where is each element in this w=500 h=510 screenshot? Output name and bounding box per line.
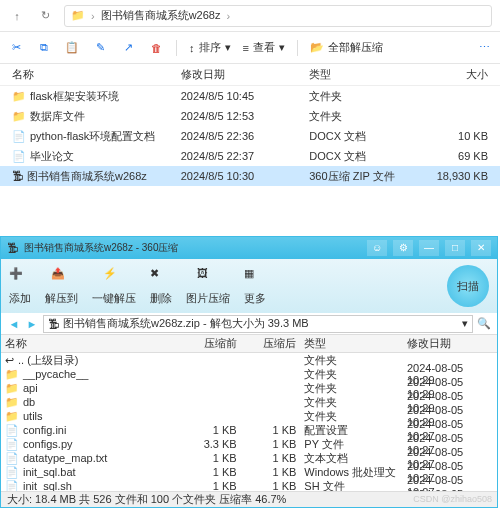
archive-titlebar[interactable]: 🗜 图书销售商城系统w268z - 360压缩 ☺ ⚙ — □ ✕ <box>1 237 497 259</box>
col-name[interactable]: 名称 <box>8 67 177 82</box>
explorer-toolbar: ✂ ⧉ 📋 ✎ ↗ 🗑 ↕排序▾ ≡查看▾ 📂全部解压缩 ⋯ <box>0 32 500 64</box>
size-before: 3.3 KB <box>181 438 241 450</box>
col-after[interactable]: 压缩后 <box>241 336 301 351</box>
chevron-down-icon: ▾ <box>279 41 285 54</box>
delete-archive-button[interactable]: ✖删除 <box>150 267 172 306</box>
feedback-icon[interactable]: ☺ <box>367 240 387 256</box>
breadcrumb[interactable]: 📁 › 图书销售商城系统w268z › <box>64 5 492 27</box>
folder-icon: 📁 <box>71 9 85 22</box>
file-name: init_sql.bat <box>23 466 76 478</box>
docx-icon: 📄 <box>12 150 26 162</box>
paste-icon[interactable]: 📋 <box>64 40 80 56</box>
rename-icon[interactable]: ✎ <box>92 40 108 56</box>
minimize-button[interactable]: — <box>419 240 439 256</box>
separator <box>176 40 177 56</box>
extract-icon: 📂 <box>310 41 324 54</box>
folder-icon: 📁 <box>12 90 26 102</box>
forward-icon[interactable]: ► <box>25 317 39 331</box>
breadcrumb-sep: › <box>226 10 230 22</box>
add-button[interactable]: ➕添加 <box>9 267 31 306</box>
oneclick-label: 一键解压 <box>92 291 136 306</box>
table-row[interactable]: 📄毕业论文2024/8/5 22:37DOCX 文档69 KB <box>0 146 500 166</box>
image-compress-label: 图片压缩 <box>186 291 230 306</box>
file-name: api <box>23 382 38 394</box>
extract-to-icon: 📤 <box>51 267 73 289</box>
zip-icon: 🗜 <box>12 170 23 182</box>
file-date: 2024/8/5 22:37 <box>177 150 306 162</box>
col-before[interactable]: 压缩前 <box>181 336 241 351</box>
archive-path-box[interactable]: 🗜 图书销售商城系统w268z.zip - 解包大小为 39.3 MB ▾ <box>43 315 473 333</box>
delete-icon[interactable]: 🗑 <box>148 40 164 56</box>
fd-icon: 📁 <box>5 410 19 422</box>
file-name: 图书销售商城系统w268z <box>27 170 147 182</box>
add-icon: ➕ <box>9 267 31 289</box>
file-date: 2024/8/5 10:30 <box>177 170 306 182</box>
share-icon[interactable]: ↗ <box>120 40 136 56</box>
oneclick-button[interactable]: ⚡一键解压 <box>92 267 136 306</box>
search-icon[interactable]: 🔍 <box>477 317 491 331</box>
close-button[interactable]: ✕ <box>471 240 491 256</box>
file-type: 文件夹 <box>300 409 403 424</box>
table-row[interactable]: 🗜图书销售商城系统w268z2024/8/5 10:30360压缩 ZIP 文件… <box>0 166 500 186</box>
forward-icon[interactable]: ↻ <box>36 7 54 25</box>
delete-archive-icon: ✖ <box>150 267 172 289</box>
extract-to-button[interactable]: 📤解压到 <box>45 267 78 306</box>
back-icon[interactable]: ↑ <box>8 7 26 25</box>
chevron-down-icon[interactable]: ▾ <box>462 317 468 330</box>
file-type: PY 文件 <box>300 437 403 452</box>
size-before: 1 KB <box>181 480 241 491</box>
file-name: utils <box>23 410 43 422</box>
maximize-button[interactable]: □ <box>445 240 465 256</box>
image-compress-button[interactable]: 🖼图片压缩 <box>186 267 230 306</box>
size-before: 1 KB <box>181 424 241 436</box>
scan-button[interactable]: 扫描 <box>447 265 489 307</box>
col-size[interactable]: 大小 <box>414 67 492 82</box>
col-date[interactable]: 修改日期 <box>403 336 497 351</box>
table-row[interactable]: 📄python-flask环境配置文档2024/8/5 22:36DOCX 文档… <box>0 126 500 146</box>
file-type: DOCX 文档 <box>305 129 413 144</box>
breadcrumb-item[interactable]: 图书销售商城系统w268z <box>101 8 221 23</box>
table-row[interactable]: 📁数据库文件2024/8/5 12:53文件夹 <box>0 106 500 126</box>
file-name: configs.py <box>23 438 73 450</box>
explorer-header: 名称 修改日期 类型 大小 <box>0 64 500 86</box>
table-row[interactable]: 📁flask框架安装环境2024/8/5 10:45文件夹 <box>0 86 500 106</box>
col-date[interactable]: 修改日期 <box>177 67 306 82</box>
separator <box>297 40 298 56</box>
f-icon: 📄 <box>5 480 19 492</box>
file-date: 2024/8/5 22:36 <box>177 130 306 142</box>
back-icon[interactable]: ◄ <box>7 317 21 331</box>
file-name: flask框架安装环境 <box>30 90 119 102</box>
file-type: 文本文档 <box>300 451 403 466</box>
file-type: 文件夹 <box>305 89 413 104</box>
file-name: __pycache__ <box>23 368 88 380</box>
settings-icon[interactable]: ⚙ <box>393 240 413 256</box>
extract-label: 全部解压缩 <box>328 40 383 55</box>
file-type: 文件夹 <box>305 109 413 124</box>
window-title: 图书销售商城系统w268z - 360压缩 <box>24 241 361 255</box>
view-menu[interactable]: ≡查看▾ <box>243 40 285 55</box>
file-type: DOCX 文档 <box>305 149 413 164</box>
size-after: 1 KB <box>241 424 301 436</box>
col-name[interactable]: 名称 <box>1 336 181 351</box>
docx-icon: 📄 <box>12 130 26 142</box>
sort-menu[interactable]: ↕排序▾ <box>189 40 231 55</box>
size-before: 1 KB <box>181 466 241 478</box>
status-text: 大小: 18.4 MB 共 526 文件和 100 个文件夹 压缩率 46.7% <box>7 492 286 507</box>
more-icon[interactable]: ⋯ <box>476 40 492 56</box>
file-type: Windows 批处理文 <box>300 465 403 480</box>
copy-icon[interactable]: ⧉ <box>36 40 52 56</box>
size-after: 1 KB <box>241 466 301 478</box>
view-icon: ≡ <box>243 42 249 54</box>
scan-label: 扫描 <box>457 279 479 294</box>
up-icon: ↩ <box>5 354 14 366</box>
file-size: 10 KB <box>414 130 492 142</box>
cut-icon[interactable]: ✂ <box>8 40 24 56</box>
extract-all-button[interactable]: 📂全部解压缩 <box>310 40 383 55</box>
f-icon: 📄 <box>5 466 19 478</box>
explorer-list: 📁flask框架安装环境2024/8/5 10:45文件夹📁数据库文件2024/… <box>0 86 500 186</box>
chevron-down-icon: ▾ <box>225 41 231 54</box>
col-type[interactable]: 类型 <box>305 67 413 82</box>
more-tools-button[interactable]: ▦更多 <box>244 267 266 306</box>
size-after: 1 KB <box>241 438 301 450</box>
col-type[interactable]: 类型 <box>300 336 403 351</box>
